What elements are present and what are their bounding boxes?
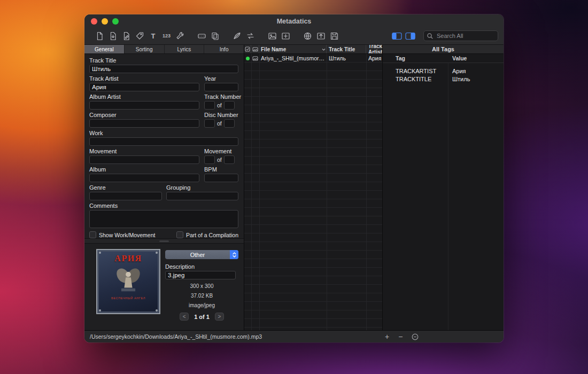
convert-icon[interactable] (244, 30, 257, 41)
web-lookup-icon[interactable] (301, 30, 314, 41)
tag-value: Ария (448, 67, 466, 75)
tab-info[interactable]: Info (204, 45, 244, 53)
movement-input[interactable] (89, 155, 199, 164)
artwork-section: АРИЯ БЕСПЕЧНЫЙ АНГЕЛ Other (84, 244, 244, 330)
column-divider (259, 54, 260, 330)
track-number-input[interactable] (204, 101, 215, 110)
tab-general[interactable]: General (84, 45, 125, 53)
artwork-mime: image/jpeg (165, 302, 238, 308)
angel-statue-art (109, 263, 148, 297)
track-title-column-header[interactable]: Track Title (327, 45, 366, 53)
artwork-add-icon[interactable] (279, 30, 292, 41)
bpm-input[interactable] (204, 174, 238, 182)
save-icon[interactable] (328, 30, 341, 41)
action-menu-button[interactable] (412, 333, 419, 340)
file-name-column-header[interactable]: File Name (259, 45, 327, 53)
album-artist-input[interactable] (89, 101, 199, 110)
pane-splitter[interactable] (84, 238, 244, 244)
album-label: Album (89, 166, 199, 173)
file-export-icon[interactable] (106, 30, 120, 41)
grouping-input[interactable] (166, 192, 238, 200)
file-table-header: File Name Track Title Track Artist (244, 45, 382, 54)
rivet-icon (156, 252, 158, 254)
genre-label: Genre (89, 184, 162, 191)
row-artwork-icon (251, 54, 259, 63)
tab-sorting[interactable]: Sorting (125, 45, 165, 53)
rivet-icon (99, 252, 101, 254)
tab-lyrics[interactable]: Lyrics (165, 45, 205, 53)
prev-artwork-button[interactable]: < (180, 313, 189, 321)
search-input[interactable] (436, 32, 495, 40)
rename-icon[interactable] (195, 30, 208, 41)
tag-row[interactable]: TRACKTITLE Штиль (383, 75, 504, 83)
movement-number-input[interactable] (204, 155, 215, 164)
splitter-grip-icon (159, 240, 169, 242)
column-divider (251, 54, 252, 330)
remove-tag-button[interactable]: − (398, 331, 403, 342)
rivet-icon (99, 309, 101, 311)
genre-input[interactable] (89, 192, 162, 200)
toggle-left-panel-icon[interactable] (390, 30, 404, 41)
track-title-input[interactable] (89, 65, 238, 73)
all-tags-pane: All Tags Tag Value TRACKARTIST Ария TRAC… (383, 45, 504, 330)
disc-total-input[interactable] (224, 119, 235, 128)
title-bar[interactable]: Metadatics (84, 14, 504, 28)
tools-icon[interactable] (173, 30, 187, 41)
row-file-name: Ariya_-_SHtil_(musmore.com).mp3 (259, 54, 327, 63)
circle-minus-icon (412, 333, 419, 340)
year-label: Year (204, 75, 238, 82)
track-artist-column-header[interactable]: Track Artist (366, 45, 382, 53)
track-total-input[interactable] (224, 101, 235, 110)
year-input[interactable] (204, 83, 238, 91)
artwork-icon[interactable] (266, 30, 279, 41)
tag-row[interactable]: TRACKARTIST Ария (383, 67, 504, 75)
column-divider (366, 54, 367, 330)
all-tags-title: All Tags (383, 45, 504, 54)
disc-number-input[interactable] (204, 119, 215, 128)
text-format-icon[interactable]: T (146, 30, 160, 41)
toggle-right-panel-icon[interactable] (404, 30, 417, 41)
file-icon[interactable] (93, 30, 106, 41)
bpm-label: BPM (204, 166, 238, 173)
rivet-icon (156, 309, 158, 311)
artwork-export-icon[interactable] (314, 30, 328, 41)
tag-icon[interactable] (133, 30, 146, 41)
artwork-column-header[interactable] (251, 45, 259, 53)
of-label: of (217, 102, 222, 108)
window-title: Metadatics (84, 18, 504, 25)
number-format-icon[interactable]: 123 (160, 30, 173, 41)
file-path-text: /Users/sergeykochkin/Downloads/Ariya_-_S… (84, 333, 262, 340)
show-work-movement-checkbox[interactable] (89, 231, 96, 238)
album-input[interactable] (89, 174, 199, 182)
select-column-header[interactable] (244, 45, 251, 53)
image-icon (252, 46, 258, 52)
value-column-header[interactable]: Value (448, 55, 467, 61)
table-row[interactable]: Ariya_-_SHtil_(musmore.com).mp3 Штиль Ар… (244, 54, 382, 63)
track-artist-input[interactable] (89, 83, 199, 91)
movement-total-input[interactable] (224, 155, 235, 164)
next-artwork-button[interactable]: > (215, 313, 224, 321)
artwork-filesize: 37.02 KB (165, 293, 238, 299)
work-input[interactable] (89, 137, 238, 146)
search-field[interactable] (423, 30, 498, 41)
chevron-down-icon (321, 47, 326, 52)
compilation-checkbox[interactable] (176, 231, 183, 238)
composer-label: Composer (89, 112, 199, 118)
copy-tags-icon[interactable] (208, 30, 222, 41)
comments-label: Comments (89, 202, 238, 209)
movement-number-label: Movement (204, 148, 238, 154)
script-icon[interactable] (230, 30, 244, 41)
artwork-description-input[interactable] (165, 271, 236, 279)
album-artwork[interactable]: АРИЯ БЕСПЕЧНЫЙ АНГЕЛ (96, 249, 160, 314)
artwork-description-label: Description (165, 263, 238, 270)
column-divider (448, 63, 448, 330)
toolbar: T 123 (84, 28, 504, 45)
row-track-title: Штиль (327, 54, 366, 63)
tag-name: TRACKARTIST (383, 67, 448, 75)
composer-input[interactable] (89, 119, 199, 128)
artwork-type-popup[interactable]: Other (165, 250, 238, 259)
file-write-icon[interactable] (120, 30, 133, 41)
add-tag-button[interactable]: + (385, 331, 389, 342)
tag-column-header[interactable]: Tag (383, 55, 448, 61)
comments-input[interactable] (89, 210, 238, 228)
